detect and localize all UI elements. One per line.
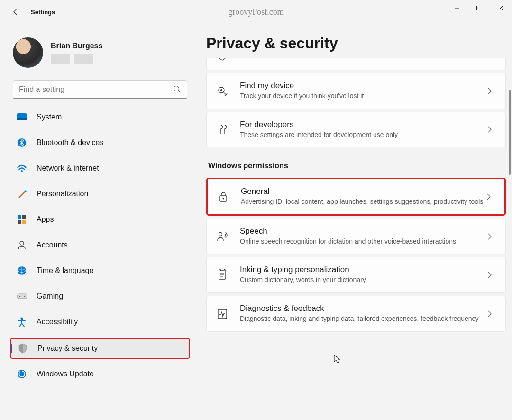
svg-line-3	[178, 91, 180, 92]
card-title: Find my device	[240, 81, 487, 91]
apps-icon	[17, 214, 27, 225]
nav-label: Bluetooth & devices	[37, 138, 103, 147]
page-title: Privacy & security	[206, 35, 506, 52]
shield-icon	[18, 343, 28, 354]
svg-rect-15	[17, 294, 27, 299]
scrollbar[interactable]	[509, 90, 511, 175]
gaming-icon	[17, 291, 27, 301]
watermark: groovyPost.com	[228, 7, 284, 17]
window-controls	[446, 0, 512, 16]
card-desc: Online speech recognition for dictation …	[240, 237, 487, 247]
sidebar: Brian Burgess System	[0, 23, 195, 420]
nav-label: Apps	[37, 215, 54, 224]
svg-point-23	[223, 198, 224, 199]
chevron-right-icon	[486, 193, 495, 201]
svg-point-18	[21, 318, 23, 320]
avatar	[13, 37, 43, 68]
card-inking[interactable]: Inking & typing personalization Custom d…	[206, 257, 506, 293]
nav-label: Gaming	[37, 292, 63, 301]
lock-icon	[217, 191, 229, 203]
user-block[interactable]: Brian Burgess	[10, 33, 190, 77]
back-button[interactable]	[6, 2, 25, 21]
card-title: Inking & typing personalization	[240, 265, 487, 274]
redacted-box	[74, 54, 93, 64]
scroll-area[interactable]: Antivirus, browser, firewall, and networ…	[206, 58, 506, 418]
nav-label: Accessibility	[37, 318, 78, 326]
search-box[interactable]	[13, 80, 187, 99]
accessibility-icon	[17, 317, 27, 327]
sidebar-item-apps[interactable]: Apps	[10, 210, 190, 229]
cursor-icon	[334, 355, 342, 364]
card-title: Diagnostics & feedback	[240, 304, 487, 313]
user-extra	[51, 54, 102, 64]
chevron-right-icon	[487, 58, 496, 59]
security-shield-icon	[216, 58, 229, 61]
sidebar-item-gaming[interactable]: Gaming	[10, 287, 190, 306]
nav-label: Accounts	[37, 241, 68, 249]
sidebar-item-bluetooth[interactable]: Bluetooth & devices	[10, 133, 190, 152]
card-windows-security[interactable]: Antivirus, browser, firewall, and networ…	[206, 58, 506, 70]
svg-rect-9	[22, 215, 26, 219]
content: Privacy & security Antivirus, browser, f…	[195, 23, 512, 420]
minimize-button[interactable]	[446, 0, 468, 16]
settings-window: Settings groovyPost.com Brian Burgess	[0, 0, 512, 420]
sidebar-item-accessibility[interactable]: Accessibility	[10, 312, 190, 331]
nav-label: Privacy & security	[37, 344, 98, 353]
svg-rect-5	[17, 118, 27, 120]
sidebar-item-update[interactable]: Windows Update	[10, 365, 190, 383]
card-speech[interactable]: Speech Online speech recognition for dic…	[206, 219, 506, 255]
sidebar-item-personalization[interactable]: Personalization	[10, 184, 190, 203]
card-title: Speech	[240, 227, 487, 236]
nav-list: System Bluetooth & devices Network & int…	[10, 108, 190, 390]
chevron-right-icon	[487, 310, 496, 318]
app-title: Settings	[31, 9, 55, 16]
svg-point-2	[174, 86, 179, 91]
card-general[interactable]: General Advertising ID, local content, a…	[206, 178, 506, 216]
sidebar-item-network[interactable]: Network & internet	[10, 159, 190, 178]
accounts-icon	[17, 240, 27, 250]
body: Brian Burgess System	[0, 23, 512, 420]
sidebar-item-time[interactable]: Time & language	[10, 261, 190, 280]
nav-label: Windows Update	[37, 370, 94, 378]
sidebar-item-system[interactable]: System	[10, 108, 190, 127]
maximize-button[interactable]	[468, 0, 490, 16]
card-desc: These settings are intended for developm…	[240, 130, 487, 140]
svg-point-7	[21, 170, 23, 172]
card-desc: Track your device if you think you've lo…	[240, 91, 487, 101]
chevron-right-icon	[487, 87, 496, 95]
close-button[interactable]	[490, 0, 512, 16]
bluetooth-icon	[17, 137, 27, 148]
card-desc: Antivirus, browser, firewall, and networ…	[240, 58, 487, 60]
svg-point-16	[19, 296, 21, 297]
search-input[interactable]	[19, 85, 173, 94]
inking-icon	[216, 269, 229, 281]
nav-label: System	[37, 113, 62, 121]
diagnostics-icon	[216, 308, 229, 320]
svg-rect-26	[220, 269, 224, 271]
svg-rect-11	[22, 220, 26, 224]
svg-rect-8	[18, 215, 21, 219]
speech-icon	[216, 230, 229, 243]
time-icon	[17, 265, 27, 276]
svg-rect-1	[477, 6, 481, 10]
chevron-right-icon	[487, 271, 496, 279]
nav-label: Personalization	[37, 190, 88, 198]
developers-icon	[216, 123, 229, 136]
section-heading: Windows permissions	[208, 162, 506, 170]
sidebar-item-accounts[interactable]: Accounts	[10, 236, 190, 255]
svg-point-24	[219, 232, 222, 236]
svg-point-17	[24, 296, 26, 297]
card-for-developers[interactable]: For developers These settings are intend…	[206, 112, 506, 148]
card-find-my-device[interactable]: Find my device Track your device if you …	[206, 73, 506, 109]
user-name: Brian Burgess	[51, 42, 102, 50]
svg-rect-25	[219, 270, 226, 279]
sidebar-item-privacy[interactable]: Privacy & security	[10, 338, 190, 359]
find-device-icon	[216, 85, 229, 97]
card-diagnostics[interactable]: Diagnostics & feedback Diagnostic data, …	[206, 296, 506, 332]
titlebar: Settings groovyPost.com	[0, 0, 512, 23]
update-icon	[17, 369, 27, 379]
chevron-right-icon	[487, 126, 496, 133]
card-desc: Advertising ID, local content, app launc…	[241, 197, 486, 207]
system-icon	[17, 112, 27, 122]
card-title: For developers	[240, 120, 487, 129]
